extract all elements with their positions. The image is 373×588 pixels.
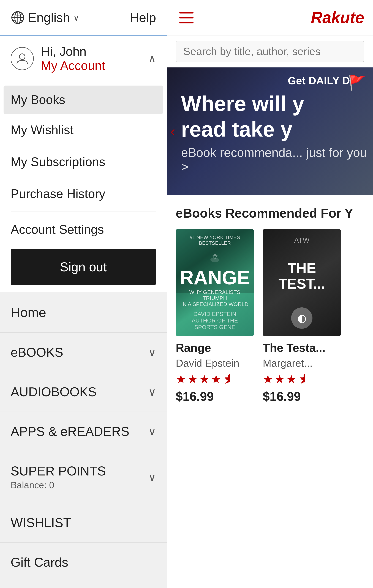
chevron-down-icon: ∨: [148, 386, 156, 398]
rakuten-logo-text: Rakute: [311, 9, 364, 26]
banner-promo-text: Get DAILY D: [288, 74, 350, 87]
star-1: ★: [176, 373, 186, 386]
chevron-up-icon: ∧: [148, 52, 156, 65]
menu-item-purchase-history[interactable]: Purchase History: [0, 178, 167, 210]
account-label: My Account: [41, 59, 141, 73]
language-label: English: [28, 10, 70, 25]
svg-point-4: [19, 54, 25, 59]
banner-text: Where will y read take y eBook recommend…: [181, 91, 373, 174]
atwood-top-text: ATW: [294, 236, 309, 244]
account-menu: My Books My Wishlist My Subscriptions Pu…: [0, 82, 167, 292]
menu-item-my-subscriptions[interactable]: My Subscriptions: [0, 146, 167, 178]
avatar: [11, 47, 34, 70]
language-help-bar: English ∨ Help: [0, 0, 167, 35]
banner-prev-button[interactable]: ‹: [171, 123, 175, 139]
svg-point-8: [215, 255, 217, 256]
menu-item-account-settings[interactable]: Account Settings: [0, 213, 167, 245]
rakuten-logo: Rakute: [311, 9, 364, 27]
book-price-range: $16.99: [176, 389, 254, 404]
nav-item-audiobooks-label: AUDIOBOOKS: [11, 385, 148, 399]
book-author-testament: Margaret...: [263, 357, 341, 369]
book-cover-title: RANGE: [180, 268, 250, 287]
banner-headline: Where will y read take y: [181, 91, 373, 142]
book-cover-testament: ATW THETEST... ◐: [263, 229, 341, 336]
ebooks-section: eBooks Recommended For Y #1 NEW YORK TIM…: [167, 195, 373, 411]
nav-item-ebooks-label: eBOOKS: [11, 345, 148, 360]
book-cover-decoration: [197, 250, 233, 264]
main-nav: Home eBOOKS ∨ AUDIOBOOKS ∨ APPS & eREADE…: [0, 292, 167, 582]
svg-point-7: [213, 255, 214, 256]
section-title: eBooks Recommended For Y: [176, 206, 364, 220]
star-4: ★: [211, 373, 221, 386]
search-bar: [167, 35, 373, 67]
star-1: ★: [263, 373, 273, 386]
nav-item-gift-cards-label: Gift Cards: [11, 555, 156, 569]
top-header: Rakute: [167, 0, 373, 35]
hamburger-button[interactable]: [176, 7, 197, 28]
account-info: Hi, John My Account: [41, 44, 141, 73]
book-cover-author: DAVID EPSTEINAUTHOR OF THE SPORTS GENE: [181, 311, 249, 330]
sidebar: English ∨ Help Hi, John My Account ∧ My …: [0, 0, 167, 588]
user-icon: [15, 52, 29, 66]
star-3: ★: [199, 373, 210, 386]
nav-item-apps-ereaders[interactable]: APPS & eREADERS ∨: [0, 412, 167, 451]
banner-headline-line2: read take y: [181, 117, 292, 141]
help-label: Help: [130, 10, 156, 25]
hamburger-line-1: [179, 12, 193, 13]
star-5-half: ⯨: [223, 373, 234, 386]
nav-item-home-label: Home: [11, 305, 156, 320]
nav-item-wishlist-label: WISHLIST: [11, 515, 156, 530]
star-2: ★: [187, 373, 198, 386]
super-points-balance: Balance: 0: [11, 480, 148, 490]
svg-point-5: [210, 258, 219, 262]
nav-item-super-points-label: SUPER POINTS Balance: 0: [11, 464, 148, 490]
books-row: #1 NEW YORK TIMES BESTSELLER RANGE: [176, 229, 364, 404]
menu-item-my-wishlist[interactable]: My Wishlist: [0, 114, 167, 146]
chevron-down-icon: ∨: [148, 346, 156, 358]
book-cover-range: #1 NEW YORK TIMES BESTSELLER RANGE: [176, 229, 254, 336]
atwood-circle-deco: ◐: [291, 307, 312, 329]
signout-button[interactable]: Sign out: [11, 249, 156, 285]
book-author-range: David Epstein: [176, 357, 254, 369]
chevron-down-icon: ∨: [73, 13, 79, 22]
search-input[interactable]: [176, 41, 364, 62]
chevron-down-icon: ∨: [148, 471, 156, 483]
nav-item-apps-ereaders-label: APPS & eREADERS: [11, 424, 148, 439]
nav-item-gift-cards[interactable]: Gift Cards: [0, 543, 167, 582]
nav-item-wishlist[interactable]: WISHLIST: [0, 503, 167, 543]
nav-item-audiobooks[interactable]: AUDIOBOOKS ∨: [0, 372, 167, 412]
globe-icon: [11, 10, 25, 25]
menu-item-my-books[interactable]: My Books: [4, 85, 163, 114]
account-greeting: Hi, John: [41, 44, 141, 59]
language-selector[interactable]: English ∨: [0, 0, 119, 35]
book-title-testament: The Testa...: [263, 341, 341, 354]
atwood-title: THETEST...: [278, 260, 325, 292]
banner-flag-icon: 🚩: [348, 74, 366, 91]
menu-separator: [11, 211, 156, 212]
book-price-testament: $16.99: [263, 389, 341, 404]
book-card-testament[interactable]: ATW THETEST... ◐ The Testa... Margaret..…: [263, 229, 341, 404]
book-card-range[interactable]: #1 NEW YORK TIMES BESTSELLER RANGE: [176, 229, 254, 404]
star-3: ★: [286, 373, 297, 386]
book-title-range: Range: [176, 341, 254, 354]
hamburger-line-3: [179, 22, 193, 23]
star-2: ★: [275, 373, 285, 386]
nav-item-home[interactable]: Home: [0, 292, 167, 333]
nav-item-super-points[interactable]: SUPER POINTS Balance: 0 ∨: [0, 451, 167, 503]
book-cover-subtitle: WHY GENERALISTS TRIUMPHIN A SPECIALIZED …: [181, 289, 249, 307]
banner-subtext: eBook recommenda... just for you >: [181, 146, 373, 174]
book-badge: #1 NEW YORK TIMES BESTSELLER: [181, 235, 249, 246]
account-section[interactable]: Hi, John My Account ∧: [0, 35, 167, 82]
nav-item-ebooks[interactable]: eBOOKS ∨: [0, 333, 167, 372]
chevron-down-icon: ∨: [148, 425, 156, 438]
banner-headline-line1: Where will y: [181, 92, 304, 116]
star-4-half: ⯨: [298, 373, 309, 386]
hamburger-line-2: [179, 17, 193, 19]
signout-label: Sign out: [60, 260, 107, 274]
banner-area: ‹ 🚩 Get DAILY D Where will y read take y…: [167, 67, 373, 195]
help-button[interactable]: Help: [119, 0, 167, 35]
main-content: Rakute ‹ 🚩 Get DAILY D Where will y read…: [167, 0, 373, 588]
book-rating-range: ★ ★ ★ ★ ⯨: [176, 373, 254, 386]
book-rating-testament: ★ ★ ★ ⯨: [263, 373, 341, 386]
